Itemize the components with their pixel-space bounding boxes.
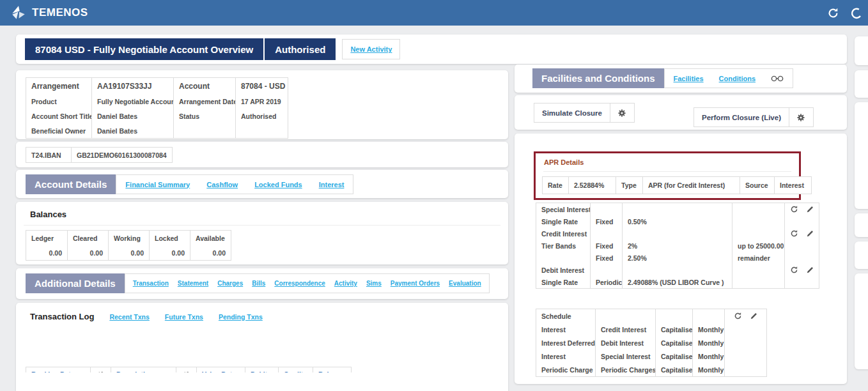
col-booking-date[interactable]: Booking Date — [26, 367, 90, 372]
sort-icon[interactable] — [90, 367, 111, 372]
table-row: Beneficial Owner Daniel Bates — [26, 123, 288, 138]
link-statement[interactable]: Statement — [178, 280, 208, 287]
closure-card: Simulate Closure Perform Closure (Live) — [515, 95, 847, 130]
additional-details-badge: Additional Details — [26, 273, 125, 293]
table-row: Fixed 2.50% remainder — [536, 252, 819, 264]
refresh-icon[interactable] — [790, 266, 798, 274]
table-row: Interest Credit Interest Capitalise Mont… — [536, 323, 766, 336]
arrangement-id-link[interactable]: AA19107S33JJ — [91, 78, 173, 94]
account-details-links: Financial Summary Cashflow Locked Funds … — [116, 174, 353, 194]
page-title: 87084 USD - Fully Negotiable Account Ove… — [25, 38, 263, 60]
apr-rate-label: Rate — [543, 177, 568, 194]
link-interest[interactable]: Interest — [319, 181, 345, 188]
col-debit[interactable]: Debit — [245, 367, 278, 372]
apr-details-title: APR Details — [544, 158, 584, 166]
link-transaction[interactable]: Transaction — [133, 280, 169, 287]
link-future-txns[interactable]: Future Txns — [165, 313, 203, 321]
offscreen-card — [855, 102, 868, 209]
table-row: Debit Interest — [536, 264, 819, 276]
new-activity-link[interactable]: New Activity — [350, 45, 392, 53]
account-details-badge: Account Details — [26, 174, 116, 194]
link-evaluation[interactable]: Evaluation — [449, 280, 481, 287]
link-payment-orders[interactable]: Payment Orders — [391, 280, 440, 287]
apr-rate-value: 2.52884% — [568, 177, 616, 194]
table-header-row: Ledger Cleared Working Locked Available — [26, 231, 231, 245]
table-row: Schedule — [536, 309, 766, 323]
temenos-logo-icon — [10, 4, 27, 21]
apr-table: Rate 2.52884% Type APR (for Credit Inter… — [542, 176, 812, 194]
additional-details-links: Transaction Statement Charges Bills Corr… — [125, 273, 490, 293]
refresh-icon[interactable] — [790, 229, 798, 238]
table-row: Periodic Charge Periodic Charges Capital… — [536, 363, 766, 376]
account-id-link[interactable]: 87084 - USD — [235, 78, 288, 94]
col-credit[interactable]: Credit — [278, 367, 313, 372]
facilities-card: Facilities and Conditions Facilities Con… — [515, 65, 847, 93]
offscreen-card — [855, 36, 868, 65]
divider — [24, 225, 500, 226]
brand-name: TEMENOS — [32, 6, 88, 19]
account-label: Account — [173, 78, 235, 94]
table-row: Account Short Title Daniel Bates Status … — [26, 109, 288, 123]
sync-arc-icon[interactable] — [849, 7, 862, 19]
apr-type-value: APR (for Credit Interest) — [642, 177, 740, 194]
edit-icon[interactable] — [806, 205, 814, 213]
interest-conditions-table: Special Interest Single Rate Fixed 0.50%… — [536, 203, 819, 289]
table-row: Single Rate Periodic 2.49088% (USD LIBOR… — [536, 276, 819, 288]
iban-label: T24.IBAN — [26, 148, 71, 162]
apr-type-label: Type — [616, 177, 642, 194]
table-row: Interest Special Interest Capitalise Mon… — [536, 349, 766, 363]
arrangement-table: Arrangement AA19107S33JJ Account 87084 -… — [26, 77, 288, 139]
col-balance[interactable]: Balance — [313, 367, 351, 372]
status-badge: Authorised — [265, 38, 336, 60]
table-row: Interest Deferred Debit Interest Capital… — [536, 336, 766, 349]
link-financial-summary[interactable]: Financial Summary — [125, 181, 190, 188]
refresh-icon[interactable] — [734, 312, 742, 320]
link-facilities[interactable]: Facilities — [674, 75, 704, 82]
link-charges[interactable]: Charges — [217, 280, 243, 287]
link-recent-txns[interactable]: Recent Txns — [109, 313, 149, 321]
simulate-closure-label: Simulate Closure — [534, 103, 610, 122]
edit-icon[interactable] — [750, 312, 758, 320]
arrangement-label: Arrangement — [26, 78, 91, 94]
iban-card: T24.IBAN GB21DEMO60161300087084 — [16, 142, 508, 167]
link-locked-funds[interactable]: Locked Funds — [254, 181, 302, 188]
top-navigation-bar: TEMENOS — [0, 0, 868, 26]
refresh-icon[interactable] — [827, 7, 839, 19]
simulate-closure-button[interactable]: Simulate Closure — [534, 103, 635, 123]
binoculars-icon[interactable] — [771, 75, 784, 82]
link-pending-txns[interactable]: Pending Txns — [219, 313, 263, 321]
edit-icon[interactable] — [806, 229, 814, 238]
iban-value: GB21DEMO60161300087084 — [71, 148, 172, 162]
facilities-links: Facilities Conditions — [664, 68, 794, 88]
balances-heading: Balances — [30, 210, 66, 219]
offscreen-card — [855, 213, 868, 237]
iban-table: T24.IBAN GB21DEMO60161300087084 — [26, 147, 173, 163]
col-description[interactable]: Description — [111, 367, 176, 372]
additional-details-card: Additional Details Transaction Statement… — [16, 268, 508, 299]
gear-icon[interactable] — [610, 103, 634, 122]
sort-icon[interactable] — [176, 367, 196, 372]
conditions-detail-card: APR Details Rate 2.52884% Type APR (for … — [515, 134, 847, 384]
link-sims[interactable]: Sims — [366, 280, 382, 287]
txn-table-clip: Booking Date Description Value Date Debi… — [26, 367, 384, 372]
edit-icon[interactable] — [806, 266, 814, 274]
account-details-card: Account Details Financial Summary Cashfl… — [16, 170, 508, 198]
transaction-log-heading: Transaction Log — [30, 312, 94, 321]
table-row: Single Rate Fixed 0.50% — [536, 215, 819, 227]
refresh-icon[interactable] — [790, 205, 798, 213]
link-activity[interactable]: Activity — [334, 280, 357, 287]
col-value-date[interactable]: Value Date — [196, 367, 245, 372]
table-row: Special Interest — [536, 203, 819, 215]
perform-closure-button[interactable]: Perform Closure (Live) — [694, 107, 814, 127]
gear-icon[interactable] — [789, 108, 813, 126]
table-row: Arrangement AA19107S33JJ Account 87084 -… — [26, 78, 288, 94]
divider — [543, 171, 791, 172]
schedule-table: Schedule Interest Credit Interest Capita… — [536, 309, 767, 377]
link-conditions[interactable]: Conditions — [719, 75, 756, 82]
link-bills[interactable]: Bills — [252, 280, 265, 287]
link-cashflow[interactable]: Cashflow — [206, 181, 238, 188]
txn-table-header: Booking Date Description Value Date Debi… — [26, 367, 352, 372]
apr-source-label: Source — [740, 177, 774, 194]
temenos-brand: TEMENOS — [10, 4, 88, 21]
link-correspondence[interactable]: Correspondence — [274, 280, 325, 287]
